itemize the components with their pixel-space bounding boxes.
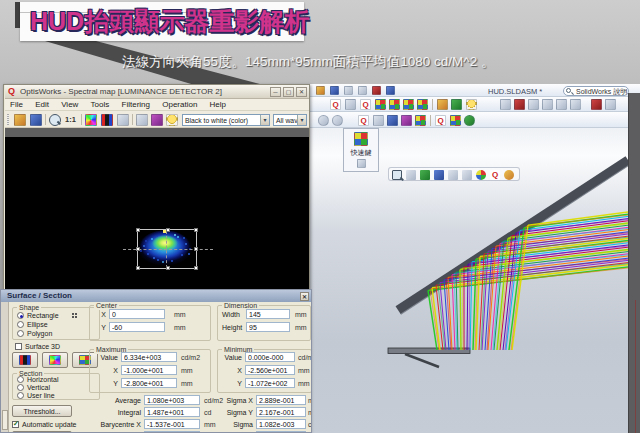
lamp-icon[interactable] — [166, 114, 178, 126]
automatic-update-checkbox[interactable] — [12, 421, 19, 428]
integral-input[interactable] — [144, 407, 200, 417]
rebuild-icon[interactable] — [372, 86, 381, 95]
color-triangle-button[interactable] — [42, 352, 68, 368]
part-cube-icon[interactable] — [373, 115, 384, 126]
select-icon[interactable] — [406, 170, 416, 180]
surface-icon[interactable] — [387, 115, 398, 126]
window-grid-icon[interactable] — [415, 115, 426, 126]
torch-icon[interactable] — [437, 99, 448, 110]
menu-operation[interactable]: Operation — [157, 99, 202, 109]
detector-map-icon[interactable] — [375, 99, 386, 110]
scrollbar-thumb[interactable] — [2, 410, 8, 430]
shape-polygon-radio[interactable] — [17, 330, 24, 337]
zoom-icon[interactable] — [49, 114, 61, 126]
one-to-one-icon[interactable]: 1:1 — [65, 115, 76, 124]
menu-edit[interactable]: Edit — [30, 99, 54, 109]
clipboard-icon[interactable] — [136, 114, 148, 126]
min-x-input[interactable] — [245, 365, 295, 375]
save-icon[interactable] — [30, 114, 42, 126]
panel-close-icon[interactable]: ✕ — [300, 292, 309, 301]
crop-icon[interactable] — [117, 114, 129, 126]
section-userline-radio[interactable] — [17, 392, 24, 399]
wavelength-dropdown[interactable]: All wavelengths ▾ — [273, 114, 307, 126]
resize-handle[interactable] — [194, 228, 198, 232]
new-document-icon[interactable] — [316, 86, 325, 95]
resize-handle[interactable] — [194, 266, 198, 270]
resize-handle[interactable] — [136, 228, 140, 232]
resize-handle[interactable] — [166, 228, 170, 232]
sigma-x-input[interactable] — [256, 395, 306, 405]
pointer-icon[interactable] — [345, 99, 356, 110]
assembly-icon[interactable] — [570, 99, 581, 110]
appearance-pie-icon[interactable] — [476, 170, 486, 180]
exploded-view-icon[interactable] — [591, 99, 602, 110]
render-ball-icon[interactable] — [504, 170, 514, 180]
result-grid-icon[interactable] — [417, 99, 428, 110]
toolbar-grip[interactable] — [7, 114, 9, 125]
undo-icon[interactable] — [358, 86, 367, 95]
max-value-input[interactable] — [121, 352, 177, 362]
move-dots-icon[interactable] — [71, 312, 78, 319]
wireframe-icon[interactable] — [462, 170, 472, 180]
optis-q-icon[interactable]: Q — [490, 170, 500, 180]
material-icon[interactable] — [401, 115, 412, 126]
detector-grid-icon[interactable] — [389, 99, 400, 110]
panel-titlebar[interactable]: Surface / Section ✕ — [1, 290, 311, 302]
shaded-cube-icon[interactable] — [420, 170, 430, 180]
sigma-input[interactable] — [256, 419, 306, 429]
threshold-button[interactable]: Threshold... — [12, 405, 72, 417]
max-x-input[interactable] — [121, 365, 177, 375]
resize-handle[interactable] — [194, 247, 198, 251]
optisworks-titlebar[interactable]: Q OptisWorks - Spectral map [LUMINANCE D… — [5, 85, 309, 99]
previous-view-icon[interactable] — [318, 115, 329, 126]
map-grid-icon[interactable] — [450, 115, 461, 126]
menu-help[interactable]: Help — [205, 99, 231, 109]
zoom-fit-icon[interactable] — [392, 170, 402, 180]
panel-scrollbar[interactable] — [1, 302, 9, 433]
next-view-icon[interactable] — [332, 115, 343, 126]
shape-ellipse-radio[interactable] — [17, 321, 24, 328]
shield-icon[interactable] — [451, 99, 462, 110]
shape-rectangle-radio[interactable] — [17, 312, 24, 319]
close-button[interactable]: ✕ — [296, 87, 307, 97]
print-icon[interactable] — [344, 86, 353, 95]
globe-icon[interactable] — [464, 115, 475, 126]
solidworks-search-box[interactable]: SolidWorks 說明 — [563, 86, 629, 96]
open-file-icon[interactable] — [14, 114, 26, 126]
quick-key-float[interactable]: 快速鍵 — [343, 128, 379, 172]
component-icon[interactable] — [528, 99, 539, 110]
rgb-map-button[interactable] — [12, 352, 38, 368]
min-y-input[interactable] — [245, 378, 295, 388]
drawing-icon[interactable] — [605, 99, 616, 110]
rgb-levels-icon[interactable] — [101, 114, 113, 126]
menu-filtering[interactable]: Filtering — [117, 99, 155, 109]
width-input[interactable] — [246, 309, 290, 319]
display-modes-icon[interactable] — [434, 170, 444, 180]
section-vertical-radio[interactable] — [17, 384, 24, 391]
menu-file[interactable]: File — [5, 99, 28, 109]
menu-view[interactable]: View — [56, 99, 83, 109]
menu-tools[interactable]: Tools — [86, 99, 115, 109]
section-horizontal-radio[interactable] — [17, 376, 24, 383]
minimize-button[interactable]: ─ — [270, 87, 281, 97]
sigma-y-input[interactable] — [256, 407, 306, 417]
height-input[interactable] — [246, 322, 290, 332]
optis-simulation-icon[interactable]: Q — [358, 115, 369, 126]
resize-handle[interactable] — [166, 266, 170, 270]
max-y-input[interactable] — [121, 378, 177, 388]
center-x-input[interactable] — [109, 309, 165, 319]
resize-handle[interactable] — [136, 247, 140, 251]
tool-icon[interactable] — [500, 99, 511, 110]
sketch-icon[interactable] — [556, 99, 567, 110]
min-value-input[interactable] — [245, 352, 295, 362]
filter-icon[interactable] — [151, 114, 163, 126]
color-triangle-icon[interactable] — [85, 114, 97, 126]
surface-3d-checkbox[interactable] — [15, 343, 22, 350]
section-view-icon[interactable] — [448, 170, 458, 180]
save-icon[interactable] — [330, 86, 339, 95]
resize-handle[interactable] — [136, 266, 140, 270]
options-icon[interactable] — [386, 86, 395, 95]
center-y-input[interactable] — [109, 322, 165, 332]
optis-result-icon[interactable]: Q — [435, 115, 446, 126]
feature-icon[interactable] — [542, 99, 553, 110]
